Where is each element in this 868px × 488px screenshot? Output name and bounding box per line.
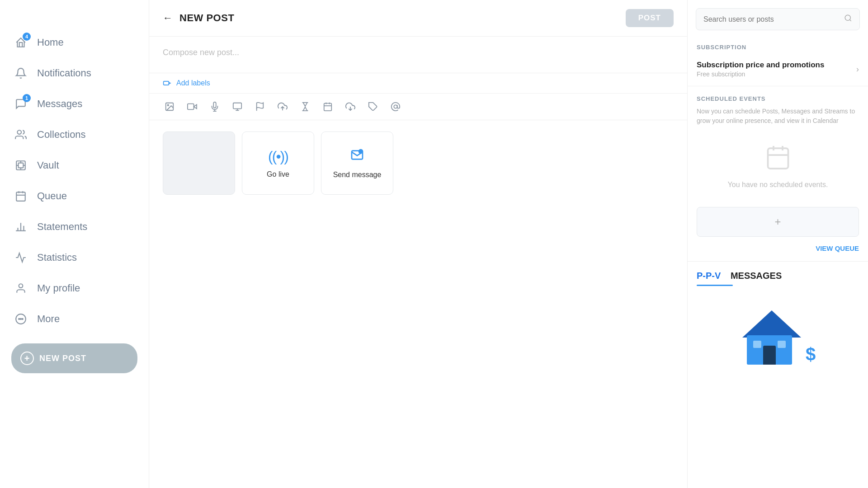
- sidebar-item-more[interactable]: More: [0, 304, 149, 334]
- house-window-right: [778, 341, 786, 348]
- image-icon[interactable]: [163, 100, 176, 113]
- statements-icon: [14, 220, 28, 234]
- house-illustration: [740, 306, 799, 365]
- sidebar-item-statements[interactable]: Statements: [0, 211, 149, 242]
- svg-point-17: [19, 319, 19, 319]
- sidebar-item-queue[interactable]: Queue: [0, 181, 149, 211]
- messages-badge: 1: [23, 94, 31, 102]
- video-icon[interactable]: [185, 100, 199, 113]
- download-icon[interactable]: [344, 100, 357, 113]
- sidebar-nav: 4 Home Notifications 1 Messages: [0, 27, 149, 334]
- go-live-icon: ((•)): [268, 148, 288, 165]
- svg-rect-24: [188, 104, 194, 110]
- my-profile-icon: [14, 281, 28, 296]
- notifications-icon: [14, 66, 28, 80]
- no-events-text: You have no scheduled events.: [728, 181, 828, 189]
- mic-icon[interactable]: [208, 100, 222, 113]
- ppv-underline: [697, 285, 733, 286]
- svg-point-38: [394, 105, 397, 108]
- blank-media-card[interactable]: [163, 131, 235, 195]
- svg-point-42: [845, 15, 850, 20]
- messages-icon: 1: [14, 97, 28, 111]
- sidebar-logo: [0, 9, 149, 27]
- search-input[interactable]: [703, 15, 840, 23]
- svg-rect-44: [768, 148, 788, 169]
- svg-point-18: [20, 319, 21, 319]
- sidebar-item-vault[interactable]: Vault: [0, 150, 149, 181]
- svg-rect-32: [324, 103, 332, 111]
- sidebar: 4 Home Notifications 1 Messages: [0, 0, 149, 488]
- ppv-title-dark: MESSAGES: [731, 271, 782, 281]
- back-button[interactable]: ←: [163, 12, 173, 24]
- home-icon: 4: [14, 35, 28, 50]
- new-post-button-label: NEW POST: [39, 354, 86, 363]
- sidebar-item-label-my-profile: My profile: [37, 282, 80, 294]
- compose-placeholder: Compose new post...: [163, 48, 239, 57]
- collections-icon: [14, 127, 28, 142]
- svg-point-19: [22, 319, 23, 319]
- view-queue-link[interactable]: VIEW QUEUE: [697, 242, 859, 257]
- post-button[interactable]: POST: [626, 9, 674, 27]
- main-content: ← NEW POST POST Compose new post... Add …: [149, 0, 687, 488]
- monitor-icon[interactable]: [231, 100, 244, 113]
- add-labels-text: Add labels: [176, 79, 210, 87]
- search-box[interactable]: [696, 8, 860, 30]
- ppv-section: P-P-V MESSAGES $: [688, 262, 868, 374]
- flag-icon[interactable]: [253, 100, 267, 113]
- add-event-button[interactable]: +: [697, 207, 859, 237]
- subscription-section-title: SUBSCRIPTION: [697, 44, 859, 51]
- right-panel: SUBSCRIPTION Subscription price and prom…: [687, 0, 868, 488]
- calendar-icon[interactable]: [321, 100, 335, 113]
- subscription-section: SUBSCRIPTION Subscription price and prom…: [688, 35, 868, 86]
- tag-icon[interactable]: [366, 100, 380, 113]
- vault-icon: [14, 158, 28, 173]
- subscription-row[interactable]: Subscription price and promotions Free s…: [697, 57, 859, 81]
- send-message-card[interactable]: + Send message: [321, 131, 393, 195]
- svg-rect-7: [16, 192, 25, 201]
- more-icon: [14, 312, 28, 326]
- mention-icon[interactable]: [389, 100, 402, 113]
- sidebar-item-messages[interactable]: 1 Messages: [0, 89, 149, 119]
- sidebar-item-statistics[interactable]: Statistics: [0, 242, 149, 273]
- house-window: [753, 341, 761, 348]
- sidebar-item-label-queue: Queue: [37, 190, 67, 202]
- send-message-label: Send message: [333, 171, 382, 179]
- svg-text:+: +: [359, 150, 362, 155]
- header-left: ← NEW POST: [163, 12, 234, 24]
- calendar-placeholder: You have no scheduled events.: [697, 135, 859, 207]
- svg-rect-20: [164, 81, 169, 85]
- svg-point-15: [19, 284, 23, 288]
- hourglass-icon[interactable]: [298, 100, 312, 113]
- sidebar-item-my-profile[interactable]: My profile: [0, 273, 149, 304]
- upload-icon[interactable]: [276, 100, 289, 113]
- scheduled-events-title: SCHEDULED EVENTS: [697, 95, 859, 102]
- house-door: [763, 346, 776, 365]
- go-live-card[interactable]: ((•)) Go live: [242, 131, 314, 195]
- sidebar-item-label-messages: Messages: [37, 98, 82, 110]
- svg-point-0: [17, 130, 21, 134]
- add-labels-row[interactable]: Add labels: [149, 73, 687, 93]
- ppv-title: P-P-V MESSAGES: [697, 271, 859, 281]
- svg-marker-23: [194, 104, 197, 108]
- label-icon: [163, 79, 172, 88]
- sidebar-item-notifications[interactable]: Notifications: [0, 58, 149, 89]
- scheduled-events-desc: Now you can schedule Posts, Messages and…: [697, 107, 859, 126]
- search-icon: [844, 14, 852, 24]
- go-live-label: Go live: [267, 170, 289, 178]
- queue-icon: [14, 189, 28, 203]
- media-cards: ((•)) Go live + Send message: [149, 120, 687, 206]
- send-message-icon: +: [350, 148, 364, 165]
- new-post-panel: ← NEW POST POST Compose new post... Add …: [149, 0, 687, 488]
- calendar-large-icon: [764, 144, 792, 176]
- sidebar-item-label-statements: Statements: [37, 221, 87, 233]
- sidebar-item-label-more: More: [37, 313, 60, 325]
- new-post-title: NEW POST: [179, 12, 234, 24]
- subscription-row-text: Subscription price and promotions Free s…: [697, 61, 824, 78]
- ppv-illustration: $: [697, 292, 859, 369]
- ppv-title-blue: P-P-V: [697, 271, 721, 281]
- sidebar-item-home[interactable]: 4 Home: [0, 27, 149, 58]
- house-roof: [742, 310, 801, 338]
- new-post-button[interactable]: + NEW POST: [11, 343, 137, 373]
- compose-area[interactable]: Compose new post...: [149, 37, 687, 73]
- sidebar-item-collections[interactable]: Collections: [0, 119, 149, 150]
